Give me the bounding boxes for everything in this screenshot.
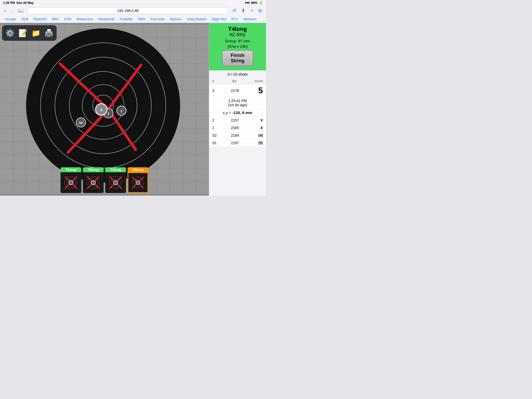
shots-count: 3 / 10 shots (209, 70, 266, 78)
shot-xy: x,y = -120, 8 mm (209, 109, 266, 117)
group-detail: (97w x 23h) (212, 44, 263, 49)
col-fps-header: fps (232, 79, 237, 83)
thumbnail-t4long[interactable]: T4long (128, 167, 148, 193)
bookmark-weatherall[interactable]: Weatherall (96, 17, 117, 22)
tabs-button[interactable]: ⧉ (257, 8, 263, 14)
bookmark-daily-bulletin[interactable]: Daily Bulletin (184, 17, 209, 22)
thumb-img-3 (128, 172, 148, 193)
finish-string-button[interactable]: FinishString (222, 50, 253, 66)
col-num-header: # (212, 79, 214, 83)
bookmark-night-sky[interactable]: Night Sky (209, 17, 229, 22)
nav-bar: ‹ › 📖 ↺ ⬆ + ⧉ (0, 6, 266, 16)
bookmark-stuff[interactable]: Stuff (19, 17, 31, 22)
main-content: S2 2 1 3 ⚙️ 📝 📁 🖨️ T1long (0, 23, 266, 196)
thumb-img-0 (61, 172, 81, 193)
svg-point-69 (114, 181, 118, 185)
bookmark-bbc[interactable]: BBC (49, 17, 62, 22)
thumbnail-t1long[interactable]: T1long (61, 167, 81, 193)
shots-header: # fps score (209, 78, 266, 84)
highlighted-shot-row: 3 2178 5 (209, 84, 266, 97)
session-subtitle: NZ-500y (212, 32, 263, 37)
shot-num-1: 1 (212, 126, 220, 130)
bookmark-malvern[interactable]: Malvern (167, 17, 184, 22)
right-panel: T4long NZ-500y Group: 97 mm (97w x 23h) … (209, 23, 266, 196)
shot-score-2: V (250, 118, 263, 122)
other-shots: 2 2157 V 1 2165 X S2 2164 (4) S1 2167 (5… (209, 117, 266, 147)
shot-score-3: 5 (250, 86, 263, 95)
print-button[interactable]: 🖨️ (43, 27, 55, 39)
shot-score-S1: (5) (250, 141, 263, 145)
status-bar: 1:26 PM Sun 26 May ▾▾▾ 96% 🔋 (0, 0, 266, 6)
battery-icon: 🔋 (259, 1, 263, 5)
shot-row-2: 2 2157 V (209, 117, 266, 124)
bookmarks-button[interactable]: 📖 (16, 7, 25, 14)
shot-score-1: X (250, 126, 263, 130)
shot-score-S2: (4) (250, 133, 263, 137)
session-title: T4long (212, 26, 263, 32)
url-bar[interactable] (27, 7, 229, 14)
thumb-img-2 (105, 172, 126, 193)
forward-button[interactable]: › (9, 8, 14, 14)
shot-row-1: 1 2165 X (209, 124, 266, 132)
bookmark-radionz[interactable]: RadioNZ (31, 17, 49, 22)
battery: 96% (251, 1, 257, 5)
thumb-img-1 (83, 172, 104, 193)
shot-num-3: 3 (212, 89, 220, 93)
thumb-label-2: T3long (105, 167, 126, 172)
bookmark-metservice[interactable]: Metservice (74, 17, 96, 22)
shot-num-S2: S2 (212, 133, 220, 137)
shot-row-S2: S2 2164 (4) (209, 132, 266, 139)
shot-row-S1: S1 2167 (5) (209, 139, 266, 147)
notes-button[interactable]: 📝 (17, 27, 29, 39)
shot-num-S1: S1 (212, 141, 220, 145)
svg-text:S2: S2 (79, 121, 83, 125)
shot-fps-1: 2165 (220, 126, 250, 130)
thumbnail-t3long[interactable]: T3long (105, 167, 126, 193)
shot-time: 1:25:41 PM (1m 8s ago) (209, 97, 266, 109)
bookmark-trademe[interactable]: TradeMe (117, 17, 135, 22)
bookmark-webcam[interactable]: Webcam (241, 17, 259, 22)
group-label: Group: 97 mm (212, 39, 263, 43)
bookmarks-bar: GoogleStuffRadioNZBBCCNNMetserviceWeathe… (0, 16, 266, 23)
add-tab-button[interactable]: + (249, 8, 255, 14)
shot-fps-3: 2178 (220, 89, 250, 93)
thumb-label-0: T1long (61, 167, 81, 172)
bookmark-rma[interactable]: RMA (135, 17, 148, 22)
thumb-label-1: T2long (83, 167, 104, 172)
shot-fps-S2: 2164 (220, 133, 250, 137)
shot-xy-value: -120, 8 mm (232, 110, 252, 115)
toolbar-overlay: ⚙️ 📝 📁 🖨️ (2, 25, 57, 41)
wifi-icon: ▾▾▾ (245, 1, 250, 5)
time: 1:26 PM (3, 1, 15, 5)
svg-point-53 (69, 181, 73, 185)
svg-text:1: 1 (121, 109, 122, 113)
svg-point-77 (136, 181, 140, 185)
settings-button[interactable]: ⚙️ (4, 27, 16, 39)
target-area: S2 2 1 3 ⚙️ 📝 📁 🖨️ T1long (0, 23, 209, 196)
date: Sun 26 May (16, 1, 34, 5)
svg-text:2: 2 (107, 112, 109, 116)
svg-point-61 (91, 181, 95, 185)
bookmark-farmside[interactable]: Farmside (148, 17, 167, 22)
col-score-header: score (255, 79, 263, 83)
browser-chrome: ‹ › 📖 ↺ ⬆ + ⧉ GoogleStuffRadioNZBBCCNNMe… (0, 6, 266, 23)
back-button[interactable]: ‹ (3, 8, 7, 14)
share-button[interactable]: ⬆ (240, 7, 247, 14)
thumbnails: T1long T2long T3long (61, 167, 148, 193)
bookmark-pc1[interactable]: PC1 (229, 17, 241, 22)
shot-num-2: 2 (212, 118, 220, 122)
session-info: T4long NZ-500y Group: 97 mm (97w x 23h) … (209, 23, 266, 70)
thumbnail-t2long[interactable]: T2long (83, 167, 104, 193)
bookmark-google[interactable]: Google (3, 17, 19, 22)
shot-fps-S1: 2167 (220, 141, 250, 145)
folder-button[interactable]: 📁 (30, 27, 42, 39)
bookmark-cnn[interactable]: CNN (61, 17, 74, 22)
thumb-label-3: T4long (128, 167, 148, 172)
shot-fps-2: 2157 (220, 118, 250, 122)
reload-button[interactable]: ↺ (231, 7, 238, 14)
svg-text:3: 3 (100, 108, 102, 112)
